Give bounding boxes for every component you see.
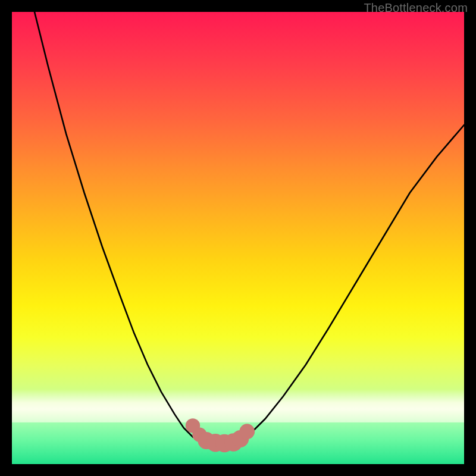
highlight-band [12, 389, 464, 422]
chart-plot-area [12, 12, 464, 464]
highlight-markers [186, 418, 255, 452]
marker-point [192, 427, 206, 441]
stage: TheBottleneck.com [0, 0, 476, 476]
marker-point [215, 434, 233, 452]
marker-point [206, 434, 224, 452]
marker-point [186, 418, 200, 433]
marker-point [198, 432, 215, 449]
marker-point [239, 424, 255, 439]
marker-point [224, 433, 242, 451]
floor-curve [202, 441, 238, 444]
marker-point [231, 430, 249, 447]
left-curve [35, 12, 202, 441]
chart-svg [12, 12, 464, 464]
right-curve [238, 125, 464, 441]
